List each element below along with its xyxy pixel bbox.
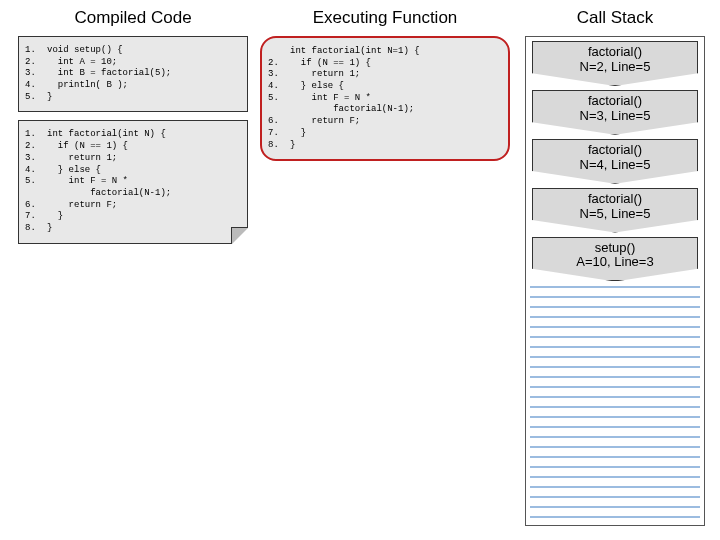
line-number: 4. — [25, 165, 47, 177]
compiled-factorial-box: 1.int factorial(int N) {2. if (N == 1) {… — [18, 120, 248, 243]
stack-frame-state: N=4, Line=5 — [537, 158, 693, 173]
call-stack-column: Call Stack factorial()N=2, Line=5factori… — [520, 8, 710, 526]
code-text: } else { — [290, 81, 502, 93]
code-line: 3. return 1; — [25, 153, 241, 165]
code-line: factorial(N-1); — [268, 104, 502, 116]
code-line: 7. } — [25, 211, 241, 223]
stack-frame-state: N=3, Line=5 — [537, 109, 693, 124]
compiled-setup-box: 1.void setup() {2. int A = 10;3. int B =… — [18, 36, 248, 112]
code-line: 6. return F; — [25, 200, 241, 212]
code-text: int F = N * — [290, 93, 502, 105]
executing-code-box: int factorial(int N=1) {2. if (N == 1) {… — [260, 36, 510, 161]
executing-function-column: Executing Function int factorial(int N=1… — [260, 8, 510, 161]
code-text: factorial(N-1); — [290, 104, 502, 116]
executing-function-title: Executing Function — [260, 8, 510, 28]
code-text: int B = factorial(5); — [47, 68, 241, 80]
code-line: 8.} — [268, 140, 502, 152]
code-text: return 1; — [47, 153, 241, 165]
line-number: 2. — [268, 58, 290, 70]
code-text: int A = 10; — [47, 57, 241, 69]
code-line: 5.} — [25, 92, 241, 104]
code-line: 2. int A = 10; — [25, 57, 241, 69]
line-number: 1. — [25, 45, 47, 57]
stack-frames: factorial()N=2, Line=5factorial()N=3, Li… — [526, 41, 704, 281]
line-number — [268, 46, 290, 58]
stack-frame-state: N=2, Line=5 — [537, 60, 693, 75]
code-line: 6. return F; — [268, 116, 502, 128]
code-text: } — [290, 128, 502, 140]
code-text: int factorial(int N) { — [47, 129, 241, 141]
code-text: void setup() { — [47, 45, 241, 57]
line-number: 4. — [268, 81, 290, 93]
code-text: return F; — [290, 116, 502, 128]
code-line: 1.void setup() { — [25, 45, 241, 57]
code-line: 5. int F = N * — [268, 93, 502, 105]
line-number: 7. — [25, 211, 47, 223]
line-number: 4. — [25, 80, 47, 92]
line-number: 5. — [268, 93, 290, 105]
stack-frame-state: A=10, Line=3 — [537, 255, 693, 270]
code-text: if (N == 1) { — [290, 58, 502, 70]
line-number: 8. — [25, 223, 47, 235]
line-number: 2. — [25, 141, 47, 153]
code-line: factorial(N-1); — [25, 188, 241, 200]
code-line: 2. if (N == 1) { — [268, 58, 502, 70]
code-text: } — [47, 92, 241, 104]
code-text: int factorial(int N=1) { — [290, 46, 502, 58]
code-line: 3. return 1; — [268, 69, 502, 81]
line-number: 3. — [25, 68, 47, 80]
code-line: 7. } — [268, 128, 502, 140]
stack-frame: setup()A=10, Line=3 — [532, 237, 698, 282]
code-line: 3. int B = factorial(5); — [25, 68, 241, 80]
line-number: 5. — [25, 92, 47, 104]
code-line: 5. int F = N * — [25, 176, 241, 188]
code-line: 4. println( B ); — [25, 80, 241, 92]
call-stack-box: factorial()N=2, Line=5factorial()N=3, Li… — [525, 36, 705, 526]
code-text: return F; — [47, 200, 241, 212]
stack-frame-func: factorial() — [537, 94, 693, 109]
code-line: 4. } else { — [268, 81, 502, 93]
code-line: 4. } else { — [25, 165, 241, 177]
code-text: } else { — [47, 165, 241, 177]
line-number: 1. — [25, 129, 47, 141]
stack-frame: factorial()N=2, Line=5 — [532, 41, 698, 86]
line-number: 8. — [268, 140, 290, 152]
line-number — [25, 188, 47, 200]
line-number: 6. — [268, 116, 290, 128]
code-text: println( B ); — [47, 80, 241, 92]
line-number: 2. — [25, 57, 47, 69]
code-text: } — [290, 140, 502, 152]
line-number: 7. — [268, 128, 290, 140]
stack-frame-func: factorial() — [537, 143, 693, 158]
code-line: int factorial(int N=1) { — [268, 46, 502, 58]
code-line: 2. if (N == 1) { — [25, 141, 241, 153]
stack-frame-func: factorial() — [537, 45, 693, 60]
code-text: int F = N * — [47, 176, 241, 188]
code-text: return 1; — [290, 69, 502, 81]
code-text: } — [47, 211, 241, 223]
line-number — [268, 104, 290, 116]
stack-frame: factorial()N=3, Line=5 — [532, 90, 698, 135]
compiled-code-title: Compiled Code — [18, 8, 248, 28]
stack-frame-func: factorial() — [537, 192, 693, 207]
line-number: 3. — [25, 153, 47, 165]
stack-frame: factorial()N=4, Line=5 — [532, 139, 698, 184]
code-text: if (N == 1) { — [47, 141, 241, 153]
code-line: 1.int factorial(int N) { — [25, 129, 241, 141]
stack-frame-func: setup() — [537, 241, 693, 256]
code-text: factorial(N-1); — [47, 188, 241, 200]
stack-frame-state: N=5, Line=5 — [537, 207, 693, 222]
code-text: } — [47, 223, 241, 235]
stack-frame: factorial()N=5, Line=5 — [532, 188, 698, 233]
call-stack-title: Call Stack — [520, 8, 710, 28]
compiled-code-column: Compiled Code 1.void setup() {2. int A =… — [18, 8, 248, 252]
stack-lines-fill — [530, 286, 700, 521]
code-line: 8.} — [25, 223, 241, 235]
line-number: 5. — [25, 176, 47, 188]
line-number: 6. — [25, 200, 47, 212]
line-number: 3. — [268, 69, 290, 81]
